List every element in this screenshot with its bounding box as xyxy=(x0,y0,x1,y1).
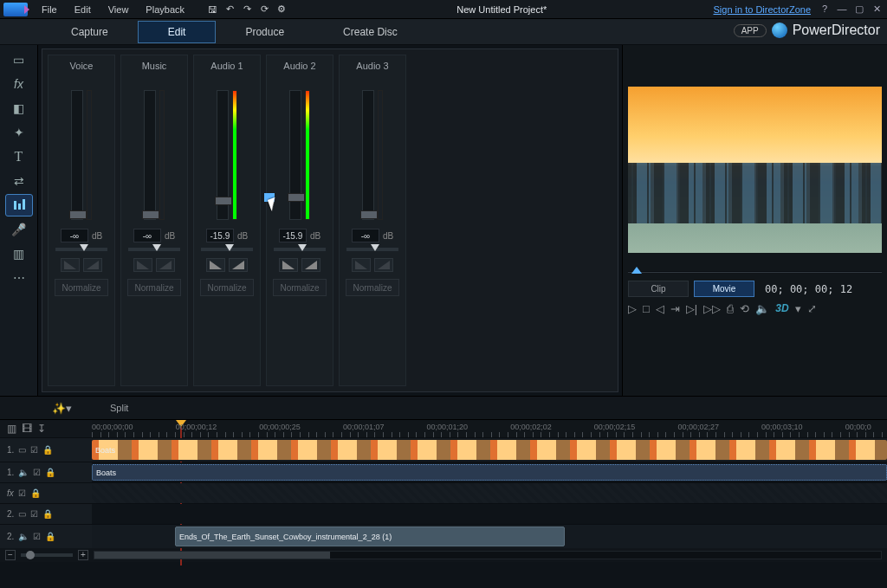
fadein-button[interactable] xyxy=(61,258,80,272)
goto-button[interactable]: ⇥ xyxy=(670,302,680,315)
zoom-out-button[interactable]: − xyxy=(5,550,16,560)
ruler-mark: 00;00;00;25 xyxy=(259,423,301,431)
dock-button[interactable]: ⤢ xyxy=(807,302,817,315)
track-view-icon[interactable]: ▥ xyxy=(7,423,16,435)
gain-slider[interactable] xyxy=(201,248,253,251)
ruler-mark: 00;00;00;12 xyxy=(176,423,217,431)
chapter-room-icon[interactable]: ▥ xyxy=(5,242,33,265)
tab-produce[interactable]: Produce xyxy=(216,22,314,42)
prev-frame-button[interactable]: ◁ xyxy=(656,302,664,315)
preview-mode-movie[interactable]: Movie xyxy=(694,281,754,297)
refresh-icon[interactable]: ⟳ xyxy=(256,3,273,15)
voiceover-room-icon[interactable]: 🎤 xyxy=(5,218,33,241)
volume-slider[interactable] xyxy=(289,90,301,220)
gain-slider[interactable] xyxy=(274,248,326,251)
subtitle-room-icon[interactable]: ⋯ xyxy=(5,267,33,289)
normalize-button[interactable]: Normalize xyxy=(273,279,327,296)
fadeout-button[interactable] xyxy=(156,258,175,272)
quality-dropdown[interactable]: ▾ xyxy=(795,302,801,315)
db-value[interactable]: -15.9 xyxy=(279,229,307,242)
track-header-video1[interactable]: 1.▭☑🔒 xyxy=(0,438,92,462)
volume-slider[interactable] xyxy=(71,90,83,220)
play-button[interactable]: ▷ xyxy=(628,302,637,315)
track-header-audio1[interactable]: 1.🔈☑🔒 xyxy=(0,462,92,482)
minimize-icon[interactable]: — xyxy=(835,3,849,15)
menu-playback[interactable]: Playback xyxy=(137,2,193,17)
snapshot-button[interactable]: ⎙ xyxy=(727,302,734,315)
app-badge[interactable]: APP xyxy=(734,24,767,37)
particle-room-icon[interactable]: ✦ xyxy=(5,121,33,144)
save-icon[interactable]: 🖫 xyxy=(204,4,221,15)
zoom-slider[interactable] xyxy=(21,553,73,557)
volume-slider[interactable] xyxy=(362,90,374,220)
fadein-button[interactable] xyxy=(279,258,298,272)
music-clip[interactable]: Ends_Of_The_Earth_Sunset_Cowboy_instrume… xyxy=(175,527,565,546)
pip-room-icon[interactable]: ◧ xyxy=(5,97,33,120)
audio-mixing-room-icon[interactable] xyxy=(5,194,33,216)
volume-slider[interactable] xyxy=(217,90,229,220)
next-frame-button[interactable]: ▷| xyxy=(686,302,697,315)
preview-monitor[interactable] xyxy=(628,87,882,253)
track-marker-icon[interactable]: ↧ xyxy=(37,423,46,435)
menu-file[interactable]: File xyxy=(33,2,66,17)
gain-slider[interactable] xyxy=(128,248,180,251)
menu-edit[interactable]: Edit xyxy=(66,2,100,17)
tab-capture[interactable]: Capture xyxy=(42,22,138,42)
db-value[interactable]: -∞ xyxy=(133,229,161,242)
db-value[interactable]: -15.9 xyxy=(206,229,234,242)
ruler-mark: 00;00;0 xyxy=(845,423,871,431)
media-room-icon[interactable]: ▭ xyxy=(5,48,33,71)
redo-icon[interactable]: ↷ xyxy=(238,3,256,15)
magic-tools-button[interactable]: ✨▾ xyxy=(43,398,81,418)
transition-room-icon[interactable]: ⇄ xyxy=(5,170,33,192)
db-value[interactable]: -∞ xyxy=(61,229,88,242)
help-icon[interactable]: ? xyxy=(818,3,832,15)
fadein-button[interactable] xyxy=(133,258,152,272)
fadeout-button[interactable] xyxy=(301,258,320,272)
track-header-audio2[interactable]: 2.🔈☑🔒 xyxy=(0,525,92,548)
fadeout-button[interactable] xyxy=(374,258,393,272)
fast-forward-button[interactable]: ▷▷ xyxy=(703,302,721,315)
gain-slider[interactable] xyxy=(55,248,107,251)
channel-label: Voice xyxy=(70,55,94,76)
zoom-in-button[interactable]: + xyxy=(78,550,88,560)
title-room-icon[interactable]: T xyxy=(5,145,33,168)
timeline-ruler[interactable]: 00;00;00;0000;00;00;1200;00;00;2500;00;0… xyxy=(92,420,887,437)
preview-scrubber[interactable] xyxy=(628,268,882,275)
volume-button[interactable]: 🔈 xyxy=(755,302,769,315)
video-clip[interactable]: Boats xyxy=(92,440,887,460)
timeline-hscroll[interactable] xyxy=(94,551,882,559)
track-film-icon[interactable]: 🎞 xyxy=(22,423,32,435)
loop-button[interactable]: ⟲ xyxy=(740,302,749,315)
normalize-button[interactable]: Normalize xyxy=(200,279,254,296)
preview-mode-clip[interactable]: Clip xyxy=(628,281,689,297)
fadein-button[interactable] xyxy=(352,258,371,272)
track-header-video2[interactable]: 2.▭☑🔒 xyxy=(0,504,92,524)
normalize-button[interactable]: Normalize xyxy=(55,279,108,296)
gain-slider[interactable] xyxy=(346,248,398,251)
undo-icon[interactable]: ↶ xyxy=(221,3,238,15)
close-icon[interactable]: ✕ xyxy=(870,3,884,15)
fx-room-icon[interactable]: fx xyxy=(5,73,33,95)
fadein-button[interactable] xyxy=(206,258,225,272)
split-button[interactable]: Split xyxy=(101,399,137,417)
level-meter xyxy=(378,90,383,220)
db-value[interactable]: -∞ xyxy=(352,229,379,242)
normalize-button[interactable]: Normalize xyxy=(127,279,181,296)
tab-edit[interactable]: Edit xyxy=(138,21,217,43)
maximize-icon[interactable]: ▢ xyxy=(852,3,866,15)
track-header-fx[interactable]: fx☑🔒 xyxy=(0,483,92,503)
tab-createdisc[interactable]: Create Disc xyxy=(314,22,427,42)
fadeout-button[interactable] xyxy=(229,258,248,272)
settings-icon[interactable]: ⚙ xyxy=(273,3,290,15)
menu-view[interactable]: View xyxy=(100,2,138,17)
audio-clip[interactable]: Boats xyxy=(92,464,887,481)
volume-slider[interactable] xyxy=(144,90,156,220)
signin-link[interactable]: Sign in to DirectorZone xyxy=(714,4,812,15)
ruler-mark: 00;00;03;10 xyxy=(761,423,803,431)
3d-button[interactable]: 3D xyxy=(775,302,788,315)
normalize-button[interactable]: Normalize xyxy=(346,279,399,296)
stop-button[interactable]: □ xyxy=(643,302,650,315)
brand-globe-icon xyxy=(772,23,787,38)
fadeout-button[interactable] xyxy=(83,258,102,272)
